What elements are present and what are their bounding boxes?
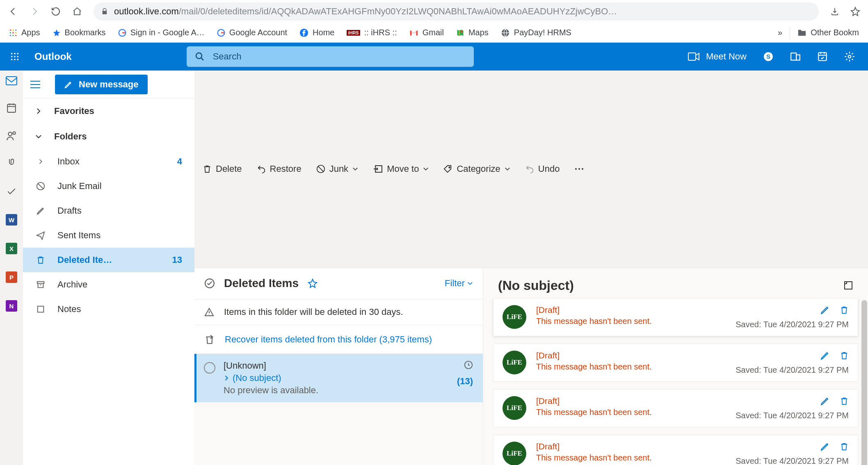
meet-now-button[interactable]: Meet Now: [688, 51, 747, 62]
search-box[interactable]: [187, 46, 474, 67]
bookmark-google-account[interactable]: Google Account: [212, 25, 292, 40]
edit-icon[interactable]: [820, 351, 830, 360]
search-icon: [195, 52, 205, 62]
avatar: LiFE: [503, 442, 526, 465]
nav-toggle-button[interactable]: [30, 80, 40, 89]
message-item-selected[interactable]: [Unknown] (No subject) No preview is ava…: [194, 354, 483, 402]
folder-deleted[interactable]: Deleted Ite… 13: [23, 248, 194, 272]
svg-point-20: [11, 59, 13, 61]
mail-module-icon[interactable]: [6, 76, 17, 85]
favorites-section[interactable]: Favorites: [23, 98, 194, 124]
edit-icon[interactable]: [820, 305, 830, 315]
app-launcher[interactable]: [5, 47, 25, 66]
reading-subject: (No subject): [498, 278, 574, 293]
bookmark-bookmarks[interactable]: Bookmarks: [48, 25, 111, 40]
brand-label[interactable]: Outlook: [34, 51, 72, 62]
reload-button[interactable]: [47, 2, 65, 21]
svg-point-33: [8, 132, 12, 136]
chevron-down-icon: [35, 133, 42, 140]
edit-icon[interactable]: [820, 396, 830, 406]
filter-button[interactable]: Filter: [445, 278, 473, 289]
teams-icon[interactable]: [790, 51, 801, 62]
files-module-icon[interactable]: [7, 158, 16, 169]
folder-archive[interactable]: Archive: [23, 272, 194, 297]
move-command[interactable]: Move to: [373, 164, 429, 174]
bookmark-maps[interactable]: Maps: [451, 25, 493, 40]
svg-point-43: [582, 168, 583, 170]
svg-rect-29: [818, 52, 827, 61]
svg-point-23: [196, 53, 202, 59]
select-circle[interactable]: [204, 362, 215, 374]
bookmarks-overflow[interactable]: »: [773, 25, 787, 40]
bookmark-gmail[interactable]: Gmail: [404, 25, 449, 40]
bookmark-signin[interactable]: Sign in - Google A…: [113, 25, 210, 40]
forward-button[interactable]: [25, 2, 43, 21]
onenote-icon[interactable]: N: [6, 300, 17, 312]
archive-icon: [36, 280, 45, 289]
svg-point-1: [12, 29, 14, 30]
scrollbar-thumb[interactable]: [861, 300, 867, 465]
edit-icon[interactable]: [820, 442, 830, 451]
delete-icon[interactable]: [840, 305, 849, 315]
restore-command[interactable]: Restore: [257, 164, 302, 174]
delete-icon[interactable]: [840, 442, 849, 451]
folder-junk[interactable]: Junk Email: [23, 174, 194, 198]
svg-point-42: [578, 168, 580, 170]
bookmark-ihrs[interactable]: iHRS :: iHRS ::: [342, 25, 402, 40]
conversation-count: (13): [457, 376, 473, 387]
home-button[interactable]: [68, 2, 86, 21]
folder-notes[interactable]: Notes: [23, 297, 194, 321]
apps-button[interactable]: Apps: [4, 25, 45, 40]
select-all-icon[interactable]: [204, 278, 215, 289]
apps-label: Apps: [21, 28, 40, 37]
favorite-star-icon[interactable]: [308, 278, 318, 288]
delete-icon[interactable]: [840, 351, 849, 360]
skype-icon[interactable]: S: [763, 51, 774, 62]
delete-command[interactable]: Delete: [203, 164, 242, 174]
svg-rect-36: [37, 282, 44, 284]
delete-icon[interactable]: [840, 396, 849, 406]
excel-icon[interactable]: X: [6, 243, 17, 254]
svg-point-30: [848, 55, 851, 58]
conversation-item[interactable]: LiFE [Draft] This message hasn't been se…: [493, 389, 858, 427]
search-input[interactable]: [213, 51, 466, 62]
conversation-item[interactable]: LiFE [Draft] This message hasn't been se…: [493, 344, 858, 382]
junk-command[interactable]: Junk: [316, 164, 358, 174]
todo-module-icon[interactable]: [6, 186, 17, 197]
back-button[interactable]: [4, 2, 22, 21]
calendar-module-icon[interactable]: [6, 103, 17, 113]
folders-section[interactable]: Folders: [23, 124, 194, 149]
folder-inbox[interactable]: Inbox 4: [23, 149, 194, 174]
star-icon: [53, 29, 61, 37]
todo-icon[interactable]: [817, 51, 828, 62]
recover-link-row[interactable]: Recover items deleted from this folder (…: [194, 325, 483, 354]
other-bookmarks[interactable]: Other Bookm: [793, 25, 864, 40]
address-bar[interactable]: outlook.live.com/mail/0/deleteditems/id/…: [94, 2, 819, 21]
folder-drafts[interactable]: Drafts: [23, 198, 194, 223]
bookmark-star-button[interactable]: [847, 3, 864, 20]
svg-point-16: [17, 53, 19, 55]
svg-rect-31: [6, 77, 17, 85]
chevron-down-icon: [467, 280, 473, 286]
conversation-item[interactable]: LiFE [Draft] This message hasn't been se…: [493, 298, 858, 336]
bookmark-home[interactable]: Home: [295, 25, 339, 40]
chevron-down-icon: [505, 166, 510, 172]
categorize-command[interactable]: Categorize: [443, 164, 510, 174]
avatar: LiFE: [503, 305, 526, 329]
install-button[interactable]: [826, 3, 843, 20]
people-module-icon[interactable]: [6, 130, 17, 141]
svg-rect-28: [796, 55, 800, 60]
undo-command[interactable]: Undo: [525, 164, 560, 174]
settings-icon[interactable]: [844, 51, 855, 62]
bookmark-payday[interactable]: PayDay! HRMS: [496, 25, 576, 40]
expand-button[interactable]: [843, 280, 853, 290]
conversation-item[interactable]: LiFE [Draft] This message hasn't been se…: [493, 435, 858, 465]
more-commands[interactable]: [574, 167, 584, 171]
svg-point-8: [15, 35, 16, 36]
folder-sent[interactable]: Sent Items: [23, 223, 194, 248]
new-message-button[interactable]: New message: [55, 75, 148, 94]
chevron-right-icon[interactable]: [224, 375, 229, 381]
trash-icon: [36, 255, 45, 264]
powerpoint-icon[interactable]: P: [6, 271, 17, 283]
word-icon[interactable]: W: [6, 214, 17, 226]
